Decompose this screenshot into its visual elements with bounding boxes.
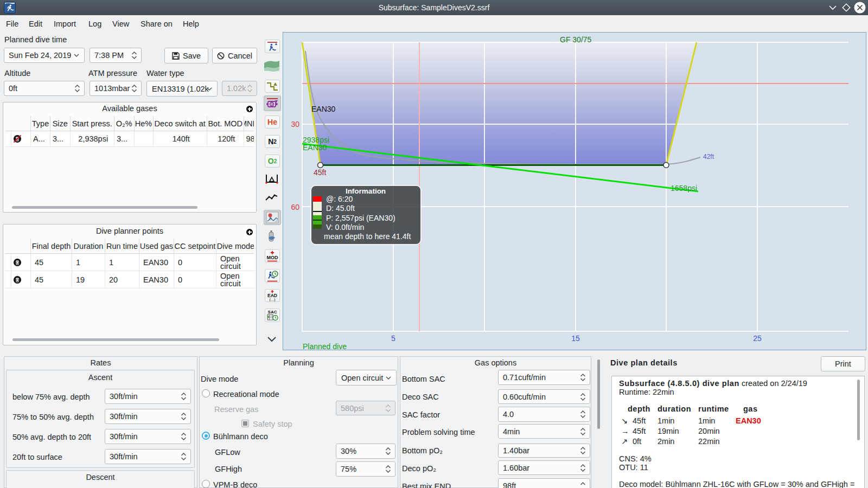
svg-text:Planned dive: Planned dive	[303, 342, 347, 350]
svg-text:25: 25	[753, 334, 762, 343]
svg-text:mean depth to here 41.4ft: mean depth to here 41.4ft	[324, 232, 411, 241]
svg-text:(...): (...)	[269, 297, 276, 301]
svg-text:SAC: SAC	[268, 310, 277, 314]
svg-text:30: 30	[291, 120, 299, 129]
svg-text:V: 0.0ft/min: V: 0.0ft/min	[326, 223, 364, 232]
svg-text:EAN30: EAN30	[311, 105, 336, 113]
svg-text:Information: Information	[346, 187, 386, 195]
svg-text:@: 6:20: @: 6:20	[326, 195, 353, 203]
svg-text:45ft: 45ft	[314, 168, 326, 177]
svg-text:GF 30/75: GF 30/75	[560, 35, 592, 44]
svg-text:60: 60	[291, 203, 299, 211]
svg-text:5: 5	[391, 334, 395, 343]
svg-text:42ft: 42ft	[703, 153, 714, 160]
svg-text:D: 45.0ft: D: 45.0ft	[326, 204, 355, 213]
svg-text:P: 2,557psi (EAN30): P: 2,557psi (EAN30)	[326, 214, 395, 222]
svg-text:1658psi: 1658psi	[671, 184, 697, 192]
svg-text:15: 15	[571, 334, 580, 343]
svg-text:EAN30: EAN30	[303, 143, 327, 152]
svg-text:MOD: MOD	[267, 255, 278, 260]
